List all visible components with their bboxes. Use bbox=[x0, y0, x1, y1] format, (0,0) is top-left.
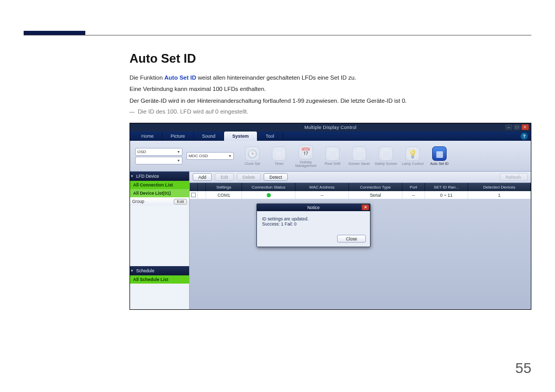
horizontal-rule bbox=[24, 35, 531, 35]
sidebar: LFD Device All Connection List All Devic… bbox=[130, 172, 190, 309]
combo-value: OSD bbox=[137, 150, 146, 154]
icon-label: Auto Set ID bbox=[430, 162, 449, 165]
toolbar-refresh[interactable]: Refresh bbox=[500, 173, 528, 181]
row-range: 0 ~ 11 bbox=[425, 191, 468, 199]
help-button[interactable]: ? bbox=[521, 133, 528, 140]
col-settings: Settings bbox=[206, 183, 242, 191]
sidebar-all-connection[interactable]: All Connection List bbox=[130, 181, 189, 189]
shield-icon: ▦ bbox=[379, 146, 393, 161]
dialog-body: ID settings are updated. Success: 1 Fail… bbox=[257, 211, 370, 233]
source-combo: OSD ▼ ▼ bbox=[135, 148, 182, 164]
sidebar-all-schedule[interactable]: All Schedule List bbox=[130, 275, 189, 284]
icon-label: Holiday Management bbox=[294, 160, 317, 167]
clock-icon: 🕒 bbox=[245, 146, 260, 161]
ribbon: OSD ▼ ▼ MDC OSD ▼ 🕒Clock Set ⏱Timer 📅Hol… bbox=[130, 141, 531, 172]
icon-label: Pixel Shift bbox=[324, 162, 340, 165]
dialog-title-text: Notice bbox=[307, 205, 320, 210]
sidebar-header-lfd[interactable]: LFD Device bbox=[130, 172, 189, 181]
calendar-icon: 📅 bbox=[299, 145, 313, 159]
grid-body: Notice ✕ ID settings are updated. Succes… bbox=[190, 199, 531, 309]
dialog-title: Notice ✕ bbox=[257, 204, 370, 211]
tab-sound[interactable]: Sound bbox=[194, 132, 224, 141]
row-checkbox[interactable] bbox=[191, 193, 196, 197]
icon-label: Lamp Control bbox=[402, 162, 423, 165]
dialog-line-2: Success: 1 Fail: 0 bbox=[262, 221, 365, 227]
page-title: Auto Set ID bbox=[130, 51, 531, 66]
ribbon-timer[interactable]: ⏱Timer bbox=[268, 144, 290, 168]
toolbar-edit[interactable]: Edit bbox=[215, 173, 234, 181]
lamp-icon: 💡 bbox=[405, 146, 420, 161]
row-mac: -- bbox=[295, 191, 349, 199]
row-detected: 1 bbox=[468, 191, 531, 199]
col-conn-status: Connection Status bbox=[242, 183, 295, 191]
grid-header: Settings Connection Status MAC Address C… bbox=[190, 183, 531, 191]
col-port: Port bbox=[402, 183, 425, 191]
col-status bbox=[198, 183, 206, 191]
id-grid-icon: ▦ bbox=[432, 146, 447, 161]
table-row[interactable]: COM1 -- Serial -- 0 ~ 11 1 bbox=[190, 191, 531, 199]
row-port: -- bbox=[402, 191, 425, 199]
source-select-2[interactable]: ▼ bbox=[135, 157, 182, 164]
sidebar-header-schedule[interactable]: Schedule bbox=[130, 266, 189, 275]
screen-icon: ▦ bbox=[352, 146, 366, 161]
text: Die Funktion bbox=[130, 74, 164, 81]
maximize-button[interactable]: □ bbox=[513, 124, 521, 130]
keyword: Auto Set ID bbox=[164, 74, 196, 81]
page-number: 55 bbox=[515, 360, 531, 377]
icon-label: Safety Screen bbox=[375, 162, 397, 165]
content-area: Auto Set ID Die Funktion Auto Set ID wei… bbox=[130, 51, 531, 310]
window-buttons: – □ ✕ bbox=[505, 124, 529, 130]
ribbon-lamp-control[interactable]: 💡Lamp Control bbox=[401, 144, 424, 168]
combo-value: MDC OSD bbox=[189, 154, 208, 158]
dialog-close-button[interactable]: ✕ bbox=[362, 204, 369, 210]
body-text-1: Die Funktion Auto Set ID weist allen hin… bbox=[130, 73, 531, 82]
toolbar: Add Edit Delete Detect Refresh bbox=[190, 172, 531, 183]
ribbon-icons: 🕒Clock Set ⏱Timer 📅Holiday Management ▦P… bbox=[241, 144, 451, 168]
toolbar-delete[interactable]: Delete bbox=[237, 173, 261, 181]
sidebar-group-label: Group bbox=[132, 199, 144, 204]
icon-label: Timer bbox=[274, 162, 284, 165]
ribbon-auto-set-id[interactable]: ▦Auto Set ID bbox=[428, 144, 451, 168]
toolbar-detect[interactable]: Detect bbox=[264, 173, 288, 181]
sidebar-edit-button[interactable]: Edit bbox=[174, 199, 187, 204]
status-dot-icon bbox=[267, 193, 271, 197]
row-conn-type: Serial bbox=[349, 191, 402, 199]
row-status-cell bbox=[198, 191, 206, 199]
grid-icon: ▦ bbox=[325, 146, 340, 161]
icon-label: Clock Set bbox=[245, 162, 260, 165]
source-select[interactable]: OSD ▼ bbox=[135, 148, 182, 156]
text: weist allen hintereinander geschalteten … bbox=[196, 74, 356, 81]
dialog-footer: Close bbox=[257, 233, 370, 247]
tab-system[interactable]: System bbox=[224, 132, 257, 141]
col-set-id-range: SET ID Ran... bbox=[425, 183, 468, 191]
icon-label: Screen Saver bbox=[348, 162, 370, 165]
toolbar-add[interactable]: Add bbox=[193, 173, 212, 181]
sidebar-group-row: Group Edit bbox=[130, 197, 189, 206]
timer-icon: ⏱ bbox=[272, 146, 286, 161]
row-settings: COM1 bbox=[206, 191, 242, 199]
sidebar-spacer-bottom bbox=[130, 284, 189, 309]
close-button[interactable]: ✕ bbox=[522, 124, 529, 130]
ribbon-holiday[interactable]: 📅Holiday Management bbox=[294, 144, 317, 168]
app-body: LFD Device All Connection List All Devic… bbox=[130, 172, 531, 309]
window-titlebar: Multiple Display Control – □ ✕ bbox=[130, 123, 531, 132]
sidebar-all-device[interactable]: All Device List(01) bbox=[130, 189, 189, 197]
chevron-down-icon: ▼ bbox=[177, 159, 180, 162]
sidebar-spacer bbox=[130, 206, 189, 266]
tab-tool[interactable]: Tool bbox=[257, 132, 283, 141]
tab-picture[interactable]: Picture bbox=[162, 132, 194, 141]
col-mac: MAC Address bbox=[295, 183, 349, 191]
chevron-down-icon: ▼ bbox=[177, 150, 180, 154]
dialog-close-ok[interactable]: Close bbox=[337, 235, 366, 242]
window-title: Multiple Display Control bbox=[304, 125, 357, 130]
tab-home[interactable]: Home bbox=[133, 132, 162, 141]
minimize-button[interactable]: – bbox=[505, 124, 512, 130]
ribbon-clock-set[interactable]: 🕒Clock Set bbox=[241, 144, 264, 168]
chevron-down-icon: ▼ bbox=[228, 154, 232, 158]
col-conn-type: Connection Type bbox=[349, 183, 402, 191]
mode-select[interactable]: MDC OSD ▼ bbox=[187, 152, 234, 160]
notice-dialog: Notice ✕ ID settings are updated. Succes… bbox=[256, 203, 371, 247]
ribbon-safety-screen[interactable]: ▦Safety Screen bbox=[375, 144, 397, 168]
ribbon-screen-saver[interactable]: ▦Screen Saver bbox=[348, 144, 371, 168]
ribbon-pixel-shift[interactable]: ▦Pixel Shift bbox=[321, 144, 344, 168]
